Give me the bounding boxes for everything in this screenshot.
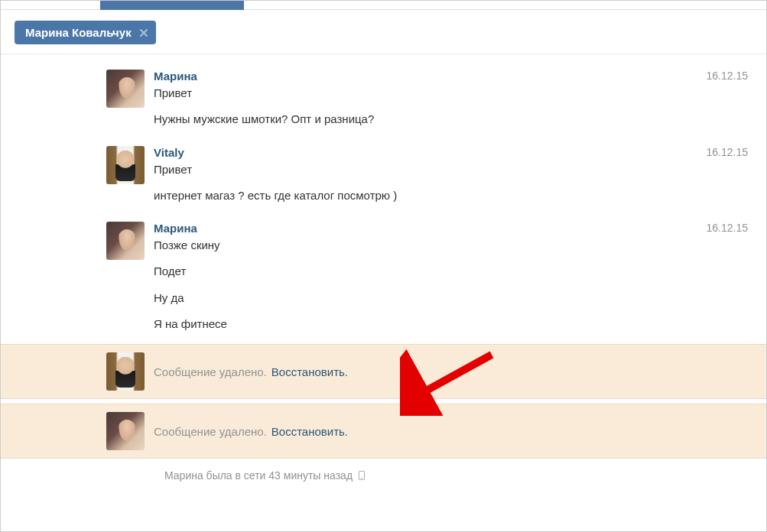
deleted-label: Сообщение удалено. (154, 365, 267, 378)
page: Марина Ковальчук Марина 16.12.15 Привет … (0, 0, 767, 532)
message-text: Подет (154, 264, 748, 279)
tab-bar (1, 1, 766, 10)
message-item: Марина 16.12.15 Привет Нужны мужские шмо… (1, 63, 766, 135)
deleted-message-row: Сообщение удалено. Восстановить. (1, 344, 766, 399)
recipient-chip[interactable]: Марина Ковальчук (15, 21, 156, 44)
message-date: 16.12.15 (707, 146, 749, 158)
sender-link[interactable]: Марина (154, 222, 197, 235)
avatar[interactable] (106, 412, 145, 450)
sender-link[interactable]: Vitaly (154, 146, 184, 159)
avatar[interactable] (106, 146, 145, 184)
recipient-chip-label: Марина Ковальчук (25, 26, 132, 39)
message-item: Марина 16.12.15 Позже скину Подет Ну да … (1, 216, 766, 339)
message-text: интернет магаз ? есть где каталог посмот… (154, 188, 748, 203)
status-text: Марина была в сети 43 минуты назад (164, 469, 353, 482)
message-text: Привет (154, 162, 748, 177)
message-item: Vitaly 16.12.15 Привет интернет магаз ? … (1, 140, 766, 212)
restore-link[interactable]: Восстановить. (271, 365, 348, 378)
message-date: 16.12.15 (707, 222, 749, 234)
message-text: Привет (154, 86, 748, 101)
deleted-label: Сообщение удалено. (154, 425, 267, 438)
messages-list: Марина 16.12.15 Привет Нужны мужские шмо… (1, 63, 766, 492)
deleted-message-row: Сообщение удалено. Восстановить. (1, 404, 766, 459)
filter-chip-row: Марина Ковальчук (1, 10, 766, 54)
tab-active-indicator (100, 1, 244, 10)
mobile-icon (359, 471, 365, 480)
message-text: Позже скину (154, 238, 748, 253)
last-seen-status: Марина была в сети 43 минуты назад (1, 459, 766, 492)
avatar[interactable] (106, 352, 145, 391)
avatar[interactable] (106, 70, 145, 108)
restore-link[interactable]: Восстановить. (271, 425, 348, 438)
message-text: Я на фитнесе (154, 316, 748, 332)
sender-link[interactable]: Марина (154, 70, 197, 83)
message-date: 16.12.15 (707, 70, 749, 82)
close-icon[interactable] (139, 28, 148, 37)
message-text: Нужны мужские шмотки? Опт и разница? (154, 112, 748, 127)
avatar[interactable] (106, 222, 145, 260)
message-text: Ну да (154, 290, 748, 306)
